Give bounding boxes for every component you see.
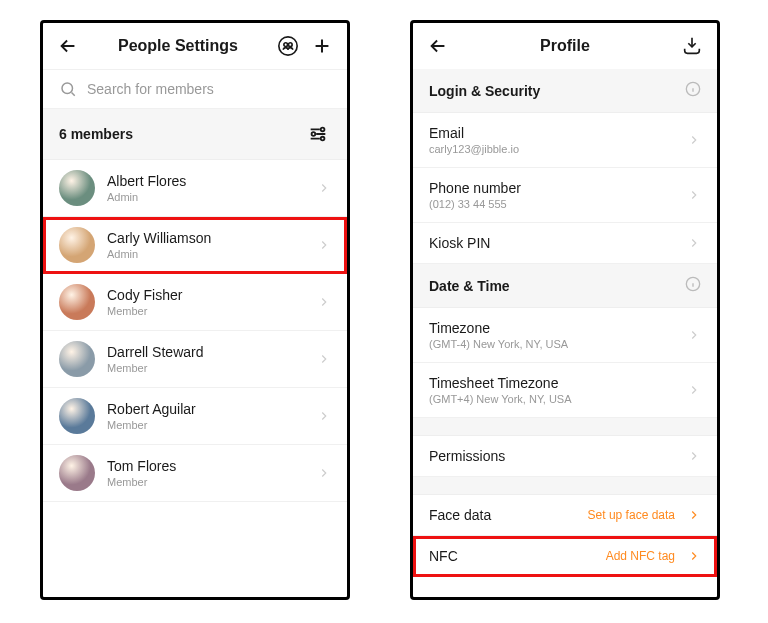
filter-button[interactable] [305, 121, 331, 147]
chevron-right-icon [317, 466, 331, 480]
svg-point-6 [321, 137, 325, 141]
member-name: Robert Aguilar [107, 401, 305, 417]
back-button[interactable] [425, 33, 451, 59]
info-icon[interactable] [685, 81, 701, 100]
avatar [59, 227, 95, 263]
download-tray-icon [681, 35, 703, 57]
section-label: Login & Security [429, 83, 540, 99]
section-label: Date & Time [429, 278, 510, 294]
chevron-right-icon [317, 181, 331, 195]
face-data-action[interactable]: Set up face data [588, 508, 675, 522]
info-icon[interactable] [685, 276, 701, 295]
kiosk-pin-row[interactable]: Kiosk PIN [413, 223, 717, 264]
svg-point-1 [284, 43, 288, 47]
member-row[interactable]: Tom FloresMember [43, 445, 347, 502]
header: People Settings [43, 23, 347, 69]
arrow-left-icon [427, 35, 449, 57]
member-name: Darrell Steward [107, 344, 305, 360]
member-role: Member [107, 419, 305, 431]
profile-screen: Profile Login & Security Email carly123@… [410, 20, 720, 600]
chevron-right-icon [687, 328, 701, 342]
face-data-label: Face data [429, 507, 576, 523]
nfc-row[interactable]: NFC Add NFC tag [413, 536, 717, 577]
member-role: Member [107, 362, 305, 374]
email-row[interactable]: Email carly123@jibble.io [413, 113, 717, 168]
member-row[interactable]: Cody FisherMember [43, 274, 347, 331]
permissions-label: Permissions [429, 448, 675, 464]
svg-point-5 [312, 132, 316, 136]
members-count-band: 6 members [43, 109, 347, 160]
chevron-right-icon [317, 295, 331, 309]
svg-point-3 [62, 83, 73, 94]
avatar [59, 170, 95, 206]
chevron-right-icon [687, 188, 701, 202]
avatar [59, 284, 95, 320]
member-role: Member [107, 476, 305, 488]
chevron-right-icon [687, 133, 701, 147]
chevron-right-icon [687, 236, 701, 250]
page-title: Profile [459, 37, 671, 55]
section-gap [413, 418, 717, 436]
people-settings-screen: People Settings 6 members Albert FloresA… [40, 20, 350, 600]
chevron-right-icon [687, 383, 701, 397]
search-icon [59, 80, 77, 98]
nfc-action[interactable]: Add NFC tag [606, 549, 675, 563]
timezone-row[interactable]: Timezone (GMT-4) New York, NY, USA [413, 308, 717, 363]
member-row[interactable]: Robert AguilarMember [43, 388, 347, 445]
svg-point-2 [288, 43, 292, 47]
timezone-value: (GMT-4) New York, NY, USA [429, 338, 675, 350]
member-role: Admin [107, 248, 305, 260]
member-row[interactable]: Carly WilliamsonAdmin [43, 217, 347, 274]
member-row[interactable]: Darrell StewardMember [43, 331, 347, 388]
header: Profile [413, 23, 717, 69]
svg-point-0 [279, 37, 297, 55]
member-role: Admin [107, 191, 305, 203]
member-name: Cody Fisher [107, 287, 305, 303]
search-input[interactable] [87, 81, 331, 97]
date-time-section: Date & Time [413, 264, 717, 308]
export-button[interactable] [679, 33, 705, 59]
search-row[interactable] [43, 69, 347, 109]
back-button[interactable] [55, 33, 81, 59]
phone-value: (012) 33 44 555 [429, 198, 675, 210]
member-list: Albert FloresAdminCarly WilliamsonAdminC… [43, 160, 347, 502]
timesheet-tz-label: Timesheet Timezone [429, 375, 675, 391]
member-row[interactable]: Albert FloresAdmin [43, 160, 347, 217]
chevron-right-icon [317, 238, 331, 252]
chevron-right-icon [317, 409, 331, 423]
arrow-left-icon [57, 35, 79, 57]
avatar [59, 398, 95, 434]
phone-row[interactable]: Phone number (012) 33 44 555 [413, 168, 717, 223]
email-value: carly123@jibble.io [429, 143, 675, 155]
kiosk-pin-label: Kiosk PIN [429, 235, 675, 251]
phone-label: Phone number [429, 180, 675, 196]
members-count-label: 6 members [59, 126, 133, 142]
section-gap [413, 477, 717, 495]
email-label: Email [429, 125, 675, 141]
member-name: Carly Williamson [107, 230, 305, 246]
chevron-right-icon [687, 549, 701, 563]
chevron-right-icon [687, 508, 701, 522]
login-security-section: Login & Security [413, 69, 717, 113]
timezone-label: Timezone [429, 320, 675, 336]
member-name: Tom Flores [107, 458, 305, 474]
people-group-icon [277, 35, 299, 57]
group-button[interactable] [275, 33, 301, 59]
avatar [59, 455, 95, 491]
timesheet-tz-value: (GMT+4) New York, NY, USA [429, 393, 675, 405]
sliders-icon [307, 123, 329, 145]
plus-icon [311, 35, 333, 57]
svg-point-4 [321, 128, 325, 132]
timesheet-timezone-row[interactable]: Timesheet Timezone (GMT+4) New York, NY,… [413, 363, 717, 418]
face-data-row[interactable]: Face data Set up face data [413, 495, 717, 536]
add-button[interactable] [309, 33, 335, 59]
member-role: Member [107, 305, 305, 317]
nfc-label: NFC [429, 548, 594, 564]
chevron-right-icon [687, 449, 701, 463]
page-title: People Settings [89, 37, 267, 55]
member-name: Albert Flores [107, 173, 305, 189]
avatar [59, 341, 95, 377]
chevron-right-icon [317, 352, 331, 366]
permissions-row[interactable]: Permissions [413, 436, 717, 477]
